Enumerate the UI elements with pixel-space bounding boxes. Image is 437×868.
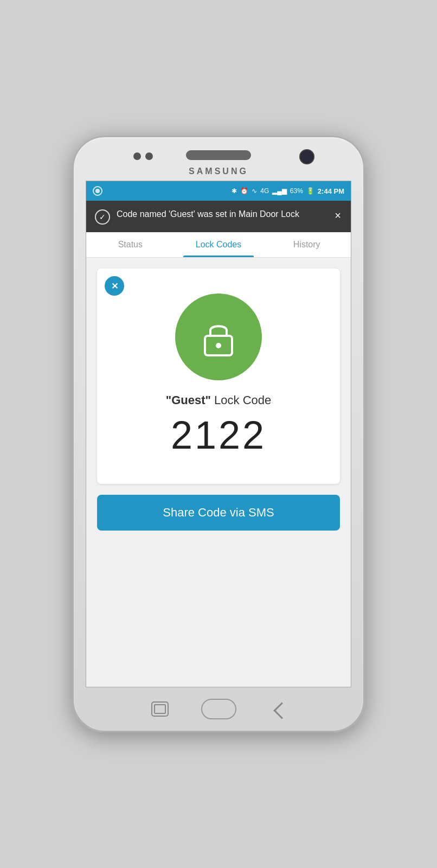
back-arrow-icon bbox=[273, 702, 290, 719]
status-bar: ✱ ⏰ ∿ 4G ▂▄▆ 63% 🔋 2:44 PM bbox=[86, 181, 351, 201]
back-button[interactable] bbox=[269, 701, 286, 717]
speaker-dot-2 bbox=[145, 152, 153, 160]
close-card-button[interactable] bbox=[105, 276, 124, 296]
battery-icon: 🔋 bbox=[306, 187, 314, 195]
notification-message: Code named 'Guest' was set in Main Door … bbox=[117, 208, 327, 220]
notification-close-button[interactable]: × bbox=[333, 208, 342, 223]
speaker-grille bbox=[186, 150, 251, 160]
speaker-dot-1 bbox=[133, 152, 141, 160]
tab-lock-codes[interactable]: Lock Codes bbox=[175, 232, 263, 257]
lock-code-name-bold: "Guest" bbox=[166, 393, 211, 407]
signal-bars: ▂▄▆ bbox=[272, 187, 287, 195]
status-left bbox=[93, 186, 102, 196]
notification-check-icon bbox=[95, 209, 110, 225]
phone-bottom-hardware bbox=[74, 687, 363, 731]
notification-banner: Code named 'Guest' was set in Main Door … bbox=[86, 201, 351, 232]
lock-code-card: "Guest" Lock Code 2122 bbox=[97, 269, 340, 484]
brand-label: SAMSUNG bbox=[189, 167, 248, 176]
signal-icon: 4G bbox=[260, 187, 269, 195]
clock: 2:44 PM bbox=[318, 187, 344, 195]
bluetooth-icon: ✱ bbox=[232, 187, 237, 195]
lock-code-name-suffix: Lock Code bbox=[211, 393, 271, 407]
speaker-dots bbox=[133, 152, 153, 160]
share-code-button[interactable]: Share Code via SMS bbox=[97, 495, 340, 531]
lock-icon-circle bbox=[175, 293, 262, 380]
recent-apps-button[interactable] bbox=[151, 701, 169, 717]
lock-code-name: "Guest" Lock Code bbox=[166, 393, 272, 407]
lock-icon bbox=[197, 315, 240, 359]
battery-percentage: 63% bbox=[290, 187, 303, 195]
wifi-icon: ∿ bbox=[252, 187, 257, 195]
status-indicator bbox=[93, 186, 102, 196]
front-camera bbox=[299, 149, 314, 164]
phone-top-hardware: SAMSUNG bbox=[74, 137, 363, 181]
alarm-icon: ⏰ bbox=[240, 187, 248, 195]
main-content: "Guest" Lock Code 2122 Share Code via SM… bbox=[86, 258, 351, 687]
tab-bar: Status Lock Codes History bbox=[86, 232, 351, 258]
lock-code-value: 2122 bbox=[171, 414, 266, 457]
phone-frame: SAMSUNG ✱ ⏰ ∿ 4G ▂▄▆ 63% 🔋 2:44 PM Code … bbox=[72, 136, 365, 732]
phone-screen: ✱ ⏰ ∿ 4G ▂▄▆ 63% 🔋 2:44 PM Code named 'G… bbox=[86, 181, 351, 687]
tab-status[interactable]: Status bbox=[86, 232, 175, 257]
home-button[interactable] bbox=[201, 699, 236, 719]
status-right: ✱ ⏰ ∿ 4G ▂▄▆ 63% 🔋 2:44 PM bbox=[232, 187, 344, 195]
svg-point-1 bbox=[216, 343, 221, 348]
tab-history[interactable]: History bbox=[262, 232, 351, 257]
